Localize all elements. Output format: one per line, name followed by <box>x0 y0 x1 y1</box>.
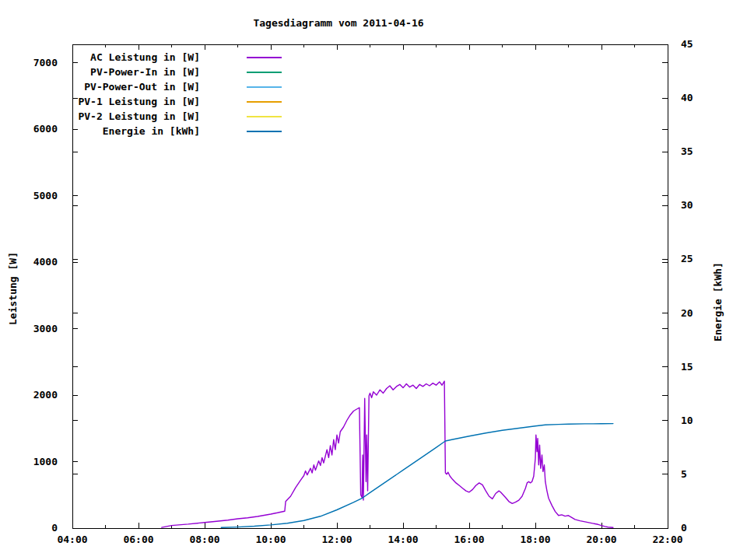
x-tick-label: 08:00 <box>189 534 219 545</box>
legend-label: PV-Power-Out in [W] <box>70 79 200 94</box>
legend-line-sample <box>247 101 282 103</box>
y-left-tick-label: 4000 <box>33 256 58 268</box>
x-tick-label: 22:00 <box>652 534 682 545</box>
y-left-tick-label: 1000 <box>33 456 58 467</box>
legend-line-sample <box>247 86 282 88</box>
y-right-tick-label: 5 <box>681 468 687 480</box>
y-left-tick-label: 5000 <box>33 190 58 201</box>
x-tick-label: 06:00 <box>123 534 153 545</box>
y-left-tick-label: 7000 <box>33 57 58 68</box>
legend-label: PV-Power-In in [W] <box>70 65 200 79</box>
legend-line-sample <box>247 116 282 117</box>
legend-item-ac-leistung: AC Leistung in [W] <box>70 50 282 65</box>
x-tick-label: 14:00 <box>388 534 418 545</box>
chart-legend: AC Leistung in [W] PV-Power-In in [W] PV… <box>70 50 282 138</box>
x-tick-label: 12:00 <box>321 534 352 545</box>
legend-label: Energie in [kWh] <box>70 124 200 138</box>
x-tick-label: 20:00 <box>586 534 616 545</box>
y-right-tick-label: 40 <box>681 92 693 103</box>
legend-label: AC Leistung in [W] <box>70 50 200 65</box>
y-right-tick-label: 30 <box>681 199 693 211</box>
x-tick-label: 10:00 <box>255 534 286 545</box>
chart-page: Tagesdiagramm vom 2011-04-16 Leistung [W… <box>0 0 747 560</box>
legend-item-pv-power-in: PV-Power-In in [W] <box>70 65 282 79</box>
y-left-tick-label: 2000 <box>33 389 58 401</box>
x-tick-label: 18:00 <box>520 534 550 545</box>
legend-item-pv2-leistung: PV-2 Leistung in [W] <box>70 109 282 124</box>
y-right-tick-label: 25 <box>681 253 693 264</box>
legend-item-energie: Energie in [kWh] <box>70 124 282 138</box>
x-tick-label: 16:00 <box>454 534 484 545</box>
y-right-tick-label: 45 <box>681 38 693 50</box>
y-right-tick-label: 0 <box>681 522 687 534</box>
legend-line-sample <box>247 72 282 73</box>
y-right-tick-label: 20 <box>681 307 693 319</box>
legend-label: PV-2 Leistung in [W] <box>70 109 200 124</box>
series-path-0 <box>162 381 613 527</box>
y-right-tick-label: 35 <box>681 145 693 157</box>
y-left-tick-label: 6000 <box>33 123 58 135</box>
y-right-tick-label: 15 <box>681 361 693 373</box>
legend-line-sample <box>247 57 282 58</box>
legend-label: PV-1 Leistung in [W] <box>70 94 200 109</box>
x-tick-label: 04:00 <box>57 534 87 545</box>
y-left-tick-label: 0 <box>51 522 58 534</box>
y-left-tick-label: 3000 <box>33 323 58 334</box>
legend-line-sample <box>247 131 282 132</box>
legend-item-pv1-leistung: PV-1 Leistung in [W] <box>70 94 282 109</box>
y-right-tick-label: 10 <box>681 415 693 426</box>
legend-item-pv-power-out: PV-Power-Out in [W] <box>70 79 282 94</box>
